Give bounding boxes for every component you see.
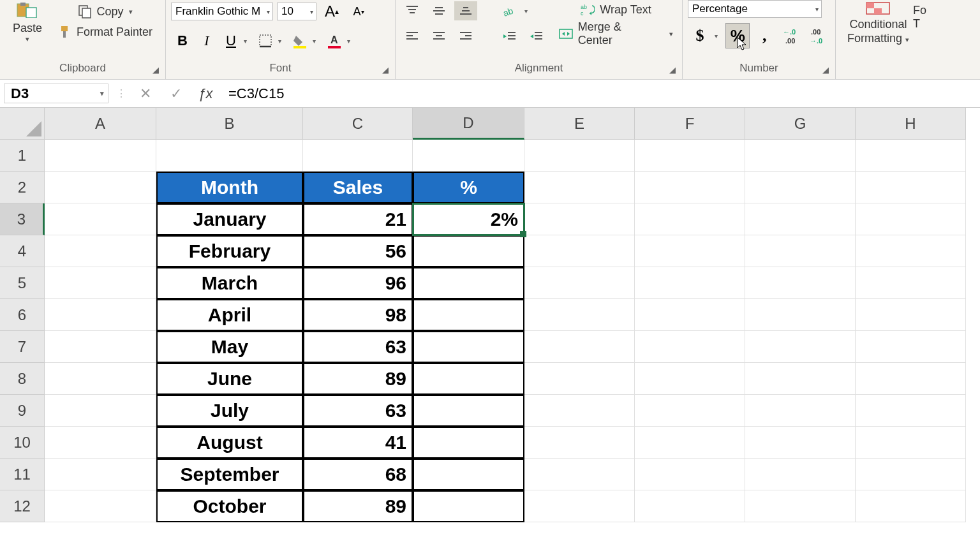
cell[interactable] [635, 140, 745, 172]
chevron-down-icon[interactable]: ▾ [244, 38, 253, 45]
cell[interactable] [413, 235, 524, 267]
cell[interactable]: % [413, 172, 524, 203]
column-header[interactable]: A [45, 108, 156, 140]
cell[interactable] [413, 427, 524, 459]
cell[interactable]: Sales [303, 172, 413, 203]
cell[interactable] [856, 427, 966, 459]
formula-input[interactable] [219, 80, 980, 107]
cell[interactable]: 2% [413, 203, 524, 235]
cell[interactable] [413, 459, 524, 490]
font-color-button[interactable]: A [323, 29, 346, 52]
cell[interactable] [635, 363, 745, 395]
row-header[interactable]: 5 [0, 267, 45, 299]
align-right-button[interactable] [454, 27, 477, 46]
cell[interactable] [745, 203, 856, 235]
cell[interactable] [45, 235, 156, 267]
cell[interactable] [635, 267, 745, 299]
cell[interactable] [745, 140, 856, 172]
chevron-down-icon[interactable]: ▾ [278, 38, 287, 45]
cell[interactable] [635, 172, 745, 203]
cell[interactable] [856, 459, 966, 490]
cell[interactable] [413, 299, 524, 331]
cell[interactable] [45, 140, 156, 172]
column-header[interactable]: F [635, 108, 745, 140]
column-header[interactable]: B [156, 108, 303, 140]
row-header[interactable]: 12 [0, 490, 45, 522]
cell[interactable] [524, 235, 635, 267]
cell[interactable] [856, 363, 966, 395]
merge-center-button[interactable]: Merge & Center ▾ [555, 24, 677, 43]
cell[interactable] [635, 395, 745, 427]
cell[interactable] [635, 459, 745, 490]
wrap-text-button[interactable]: abc Wrap Text [555, 0, 677, 19]
chevron-down-icon[interactable]: ▾ [524, 8, 533, 15]
row-header[interactable]: 11 [0, 459, 45, 490]
align-left-button[interactable] [401, 27, 424, 46]
cell[interactable] [413, 490, 524, 522]
cell[interactable] [45, 172, 156, 203]
fill-color-button[interactable] [288, 29, 311, 52]
cell[interactable] [856, 267, 966, 299]
column-header[interactable]: H [856, 108, 966, 140]
align-bottom-button[interactable] [454, 1, 477, 20]
cell[interactable] [635, 490, 745, 522]
cell[interactable] [745, 331, 856, 363]
cell[interactable] [524, 331, 635, 363]
chevron-down-icon[interactable]: ▾ [715, 33, 723, 40]
row-header[interactable]: 1 [0, 140, 45, 172]
align-center-button[interactable] [427, 27, 450, 46]
cell[interactable] [413, 267, 524, 299]
cell[interactable] [745, 172, 856, 203]
cell[interactable]: 56 [303, 235, 413, 267]
cell[interactable] [745, 459, 856, 490]
cell[interactable] [745, 395, 856, 427]
cell[interactable] [745, 490, 856, 522]
cell[interactable] [45, 459, 156, 490]
enter-formula-button[interactable]: ✓ [161, 80, 191, 107]
row-header[interactable]: 7 [0, 331, 45, 363]
name-box[interactable]: D3 ▾ [4, 84, 108, 103]
comma-format-button[interactable]: , [752, 23, 776, 48]
cell[interactable]: 63 [303, 331, 413, 363]
cell[interactable]: 41 [303, 427, 413, 459]
cell[interactable]: September [156, 459, 303, 490]
cell[interactable] [745, 267, 856, 299]
accounting-format-button[interactable]: $ [688, 23, 712, 48]
row-header[interactable]: 10 [0, 427, 45, 459]
cell[interactable] [45, 490, 156, 522]
cell[interactable] [45, 363, 156, 395]
cell[interactable] [413, 140, 524, 172]
cell[interactable] [413, 331, 524, 363]
increase-indent-button[interactable] [524, 27, 547, 46]
cell[interactable]: June [156, 363, 303, 395]
cell[interactable] [524, 203, 635, 235]
bold-button[interactable]: B [171, 29, 194, 52]
cell[interactable]: 98 [303, 299, 413, 331]
cell[interactable] [45, 299, 156, 331]
decrease-decimal-button[interactable]: .00→.0 [806, 23, 830, 48]
cell[interactable] [413, 395, 524, 427]
dialog-launcher-icon[interactable]: ◢ [152, 65, 163, 75]
cell[interactable]: 96 [303, 267, 413, 299]
cell[interactable] [635, 299, 745, 331]
cell[interactable] [524, 490, 635, 522]
cell[interactable]: Month [156, 172, 303, 203]
cell[interactable] [303, 140, 413, 172]
cell[interactable] [156, 140, 303, 172]
increase-decimal-button[interactable]: ←.0.00 [779, 23, 803, 48]
cell[interactable] [856, 140, 966, 172]
cell[interactable] [856, 331, 966, 363]
cell[interactable] [524, 459, 635, 490]
italic-button[interactable]: I [195, 29, 218, 52]
cell[interactable]: August [156, 427, 303, 459]
cell[interactable]: July [156, 395, 303, 427]
row-header[interactable]: 2 [0, 172, 45, 203]
cell[interactable] [45, 267, 156, 299]
cell[interactable] [856, 172, 966, 203]
cell[interactable] [745, 299, 856, 331]
fill-handle[interactable] [520, 231, 526, 237]
decrease-font-button[interactable]: A▾ [347, 0, 370, 23]
cell[interactable]: 89 [303, 363, 413, 395]
cell[interactable]: May [156, 331, 303, 363]
cell[interactable] [45, 203, 156, 235]
